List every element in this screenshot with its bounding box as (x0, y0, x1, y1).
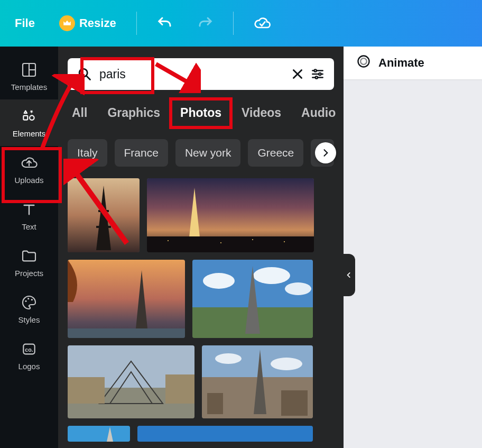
svg-point-23 (168, 240, 169, 241)
svg-point-25 (252, 239, 253, 240)
cloud-sync-button[interactable] (248, 10, 276, 36)
sidebar-item-label: Logos (18, 362, 40, 371)
category-tabs: All Graphics Photos Videos Audio (68, 103, 334, 123)
tab-audio[interactable]: Audio (297, 103, 340, 123)
svg-point-4 (30, 115, 34, 120)
divider (233, 12, 234, 35)
svg-rect-28 (68, 328, 185, 338)
canvas-area: Animate (344, 47, 482, 448)
tab-photos[interactable]: Photos (176, 103, 226, 123)
canvas-toolbar: Animate (344, 47, 482, 79)
resize-button[interactable]: Resize (54, 10, 122, 36)
elements-panel: All Graphics Photos Videos Audio Italy F… (58, 47, 344, 448)
svg-point-31 (253, 267, 290, 284)
tab-all[interactable]: All (68, 103, 91, 123)
svg-point-32 (285, 282, 311, 295)
chevron-left-icon (345, 271, 353, 279)
sidebar-item-label: Uploads (14, 176, 43, 185)
animate-label: Animate (378, 56, 424, 70)
sidebar-item-styles[interactable]: Styles (0, 286, 58, 332)
redo-button[interactable] (192, 10, 218, 36)
tab-videos[interactable]: Videos (237, 103, 285, 123)
svg-rect-27 (68, 260, 185, 338)
templates-icon (21, 61, 38, 78)
chip-scroll-right[interactable] (315, 142, 336, 163)
uploads-icon (21, 154, 38, 171)
chip-italy[interactable]: Italy (68, 139, 107, 167)
svg-point-24 (220, 242, 221, 243)
photo-thumbnail[interactable] (147, 178, 314, 252)
sidebar-item-projects[interactable]: Projects (0, 239, 58, 286)
sidebar-item-label: Projects (15, 269, 43, 278)
photo-thumbnail[interactable] (192, 260, 313, 338)
chip-france[interactable]: France (115, 139, 168, 167)
sidebar-item-templates[interactable]: Templates (0, 53, 58, 99)
svg-rect-43 (281, 390, 308, 416)
svg-point-5 (25, 300, 26, 301)
top-toolbar: File Resize (0, 0, 482, 47)
chip-newyork[interactable]: New york (175, 139, 241, 167)
svg-rect-22 (147, 236, 314, 252)
photo-thumbnail[interactable] (68, 426, 130, 442)
photo-thumbnail[interactable] (68, 345, 194, 418)
logos-icon: co. (21, 341, 38, 358)
svg-rect-44 (68, 426, 130, 442)
file-menu[interactable]: File (10, 10, 40, 36)
undo-button[interactable] (152, 10, 178, 36)
suggestion-chips: Italy France New york Greece Ja (68, 139, 334, 167)
text-icon (21, 201, 38, 218)
svg-point-47 (360, 58, 367, 65)
svg-point-40 (271, 358, 302, 370)
resize-label: Resize (79, 16, 116, 30)
svg-rect-20 (96, 226, 111, 228)
sidebar-item-uploads[interactable]: Uploads (0, 146, 58, 193)
svg-point-30 (203, 273, 235, 289)
tool-sidebar: Templates Elements Uploads Text Projects… (0, 47, 58, 448)
search-bar (68, 58, 334, 90)
svg-rect-19 (98, 210, 109, 212)
svg-rect-3 (23, 115, 27, 120)
svg-rect-36 (68, 377, 105, 404)
chip-greece[interactable]: Greece (248, 139, 303, 167)
svg-point-46 (358, 56, 369, 67)
sidebar-item-label: Text (22, 222, 36, 231)
svg-rect-42 (207, 393, 223, 414)
photo-thumbnail[interactable] (68, 178, 140, 252)
svg-text:co.: co. (25, 346, 33, 353)
svg-point-7 (31, 299, 33, 300)
sidebar-item-label: Templates (11, 83, 47, 92)
filter-button[interactable] (308, 64, 328, 84)
svg-point-17 (316, 76, 318, 78)
photo-results (68, 178, 334, 442)
svg-line-11 (87, 76, 90, 80)
search-icon (74, 63, 95, 85)
svg-point-15 (314, 69, 317, 71)
search-input[interactable] (95, 67, 288, 81)
clear-search-button[interactable] (288, 64, 308, 84)
svg-point-6 (27, 298, 29, 299)
crown-icon (59, 15, 75, 31)
chevron-right-icon (320, 148, 331, 158)
svg-point-26 (284, 241, 285, 242)
svg-point-39 (215, 353, 242, 364)
tab-graphics[interactable]: Graphics (103, 103, 164, 123)
sidebar-item-label: Elements (13, 129, 46, 138)
palette-icon (21, 294, 38, 311)
divider (136, 12, 137, 35)
sidebar-item-logos[interactable]: co. Logos (0, 332, 58, 379)
svg-rect-37 (165, 374, 194, 404)
sidebar-item-label: Styles (18, 315, 40, 324)
svg-rect-45 (137, 426, 313, 442)
folder-icon (21, 248, 38, 264)
photo-thumbnail[interactable] (68, 260, 185, 338)
panel-collapse-handle[interactable] (342, 254, 355, 296)
svg-point-16 (319, 73, 321, 75)
elements-icon (21, 108, 38, 125)
animate-icon (356, 54, 371, 72)
sidebar-item-elements[interactable]: Elements (0, 99, 58, 146)
photo-thumbnail[interactable] (202, 345, 313, 418)
photo-thumbnail[interactable] (137, 426, 313, 442)
animate-button[interactable]: Animate (356, 54, 424, 72)
sidebar-item-text[interactable]: Text (0, 193, 58, 239)
